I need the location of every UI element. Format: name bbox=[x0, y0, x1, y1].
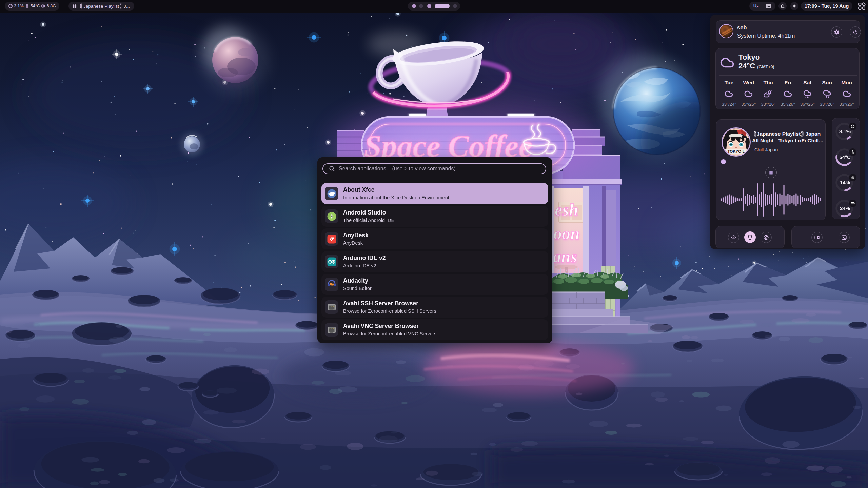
svg-text:24%: 24% bbox=[840, 205, 850, 211]
svg-text:ans: ans bbox=[553, 247, 577, 266]
svg-text:esh: esh bbox=[555, 200, 578, 219]
svg-text:3.1%: 3.1% bbox=[839, 128, 851, 134]
svg-text:oon: oon bbox=[553, 224, 580, 243]
svg-text:14%: 14% bbox=[840, 180, 850, 185]
svg-text:54°C: 54°C bbox=[839, 154, 851, 160]
